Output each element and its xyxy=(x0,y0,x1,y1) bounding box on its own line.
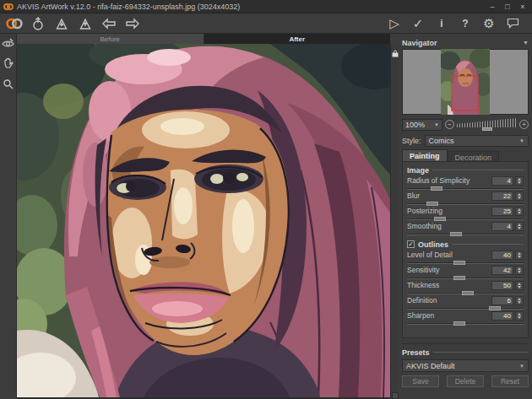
canvas-scrollbar[interactable] xyxy=(390,44,399,399)
zoom-select[interactable]: 100% ▼ xyxy=(402,119,442,131)
maximize-button[interactable]: □ xyxy=(502,2,513,12)
after-image-canvas[interactable] xyxy=(17,44,390,397)
outlines-group-label: Outlines xyxy=(418,240,448,249)
param-value[interactable]: 6 xyxy=(491,296,513,305)
thumbnail-image xyxy=(441,49,490,115)
main-toolbar: ▷ ✓ i ? ⚙ xyxy=(0,13,532,34)
param-value[interactable]: 42 xyxy=(491,266,513,275)
presets-section: Presets AKVIS Default ▼ Save Delete Rese… xyxy=(402,343,529,387)
param-row: Radius of Simplicity4 xyxy=(407,175,524,191)
param-slider[interactable] xyxy=(407,202,524,206)
param-row: Level of Detail40 xyxy=(407,250,524,265)
param-slider-handle[interactable] xyxy=(453,261,465,265)
param-value[interactable]: 4 xyxy=(491,176,513,186)
param-spinner[interactable] xyxy=(515,222,524,231)
param-value[interactable]: 40 xyxy=(491,311,513,321)
outlines-group-header: ✓ Outlines xyxy=(407,239,524,250)
run-button[interactable]: ▷ xyxy=(385,15,404,32)
presets-header: Presets xyxy=(402,347,529,358)
apply-button[interactable]: ✓ xyxy=(409,15,427,32)
zoom-select-arrow-icon: ▼ xyxy=(434,122,439,127)
minimize-button[interactable]: – xyxy=(486,2,498,12)
param-label: Sensitivity xyxy=(407,266,491,274)
delete-button[interactable]: Delete xyxy=(447,375,484,387)
navigator-title: Navigator xyxy=(402,39,437,47)
save-button[interactable]: Save xyxy=(402,375,439,387)
scrollbar-corner-button[interactable] xyxy=(392,392,399,399)
param-slider-handle[interactable] xyxy=(450,232,462,236)
param-value[interactable]: 50 xyxy=(491,281,513,290)
hand-tool-icon[interactable] xyxy=(3,57,14,73)
param-slider-handle[interactable] xyxy=(453,321,465,326)
zoom-slider-handle[interactable] xyxy=(482,127,492,131)
reset-button[interactable]: Reset xyxy=(491,375,529,387)
parameter-tabs: Painting Decoration xyxy=(402,149,529,161)
tab-decoration[interactable]: Decoration xyxy=(448,151,500,161)
param-spinner[interactable] xyxy=(515,191,524,201)
param-slider-handle[interactable] xyxy=(426,202,438,206)
close-button[interactable]: × xyxy=(517,2,529,12)
save-image-icon[interactable] xyxy=(52,15,71,32)
tab-before[interactable]: Before xyxy=(17,34,204,44)
akvis-logo-icon[interactable] xyxy=(5,15,24,32)
param-spinner[interactable] xyxy=(515,176,524,186)
param-slider[interactable] xyxy=(407,306,524,310)
param-slider-handle[interactable] xyxy=(431,186,442,191)
undo-icon[interactable] xyxy=(100,15,118,32)
param-slider[interactable] xyxy=(407,261,524,265)
preferences-icon[interactable]: ⚙ xyxy=(480,15,498,32)
zoom-tool-icon[interactable] xyxy=(3,78,14,93)
navigator-header[interactable]: Navigator ▼ xyxy=(402,37,529,48)
param-slider[interactable] xyxy=(407,291,524,295)
quick-preview-icon[interactable] xyxy=(2,37,14,52)
feedback-icon[interactable] xyxy=(503,15,522,32)
param-spinner[interactable] xyxy=(515,207,524,216)
param-row: Sharpen40 xyxy=(407,310,524,326)
open-image-icon[interactable] xyxy=(29,15,47,32)
outlines-checkbox[interactable]: ✓ xyxy=(407,240,415,248)
param-spinner[interactable] xyxy=(515,281,524,290)
print-icon[interactable] xyxy=(76,15,95,32)
zoom-in-button[interactable]: + xyxy=(519,120,529,129)
param-value[interactable]: 22 xyxy=(491,191,513,201)
param-row: Definition6 xyxy=(407,295,524,310)
param-slider[interactable] xyxy=(407,276,524,280)
help-icon[interactable]: ? xyxy=(456,15,475,32)
param-slider[interactable] xyxy=(407,232,524,236)
param-spinner[interactable] xyxy=(515,251,524,260)
redo-icon[interactable] xyxy=(123,15,142,32)
image-group-header: Image xyxy=(407,164,524,175)
tab-after[interactable]: After xyxy=(204,34,391,44)
param-slider[interactable] xyxy=(407,217,524,221)
param-value[interactable]: 40 xyxy=(491,251,513,260)
param-slider-handle[interactable] xyxy=(453,276,465,280)
param-spinner[interactable] xyxy=(515,296,524,305)
navigator-thumbnail[interactable] xyxy=(402,49,529,115)
param-label: Posterizing xyxy=(407,207,491,215)
style-select-arrow-icon: ▼ xyxy=(519,138,524,143)
param-value[interactable]: 4 xyxy=(491,222,513,231)
param-spinner[interactable] xyxy=(515,266,524,275)
style-select[interactable]: Comics ▼ xyxy=(425,135,529,147)
window-title: AKVIS ArtWork v.12.0 - rifa-faiz-694332-… xyxy=(17,3,483,11)
param-slider-handle[interactable] xyxy=(462,291,474,295)
param-slider[interactable] xyxy=(407,186,524,191)
style-label: Style: xyxy=(402,137,421,145)
zoom-out-button[interactable]: − xyxy=(445,120,454,129)
param-row: Posterizing25 xyxy=(407,206,524,221)
navigator-collapse-icon[interactable]: ▼ xyxy=(523,40,529,46)
lock-icon[interactable] xyxy=(392,46,399,61)
zoom-slider[interactable] xyxy=(457,118,517,131)
param-slider[interactable] xyxy=(407,321,524,326)
preset-select-arrow-icon: ▼ xyxy=(519,364,524,369)
param-value[interactable]: 25 xyxy=(491,207,513,216)
title-bar: AKVIS ArtWork v.12.0 - rifa-faiz-694332-… xyxy=(0,0,532,13)
about-icon[interactable]: i xyxy=(432,15,451,32)
param-slider-handle[interactable] xyxy=(489,306,501,310)
param-spinner[interactable] xyxy=(515,311,524,321)
param-slider-handle[interactable] xyxy=(434,217,446,221)
param-label: Definition xyxy=(407,296,491,305)
param-label: Level of Detail xyxy=(407,251,491,259)
tab-painting[interactable]: Painting xyxy=(402,149,448,161)
preset-select[interactable]: AKVIS Default ▼ xyxy=(402,359,529,372)
